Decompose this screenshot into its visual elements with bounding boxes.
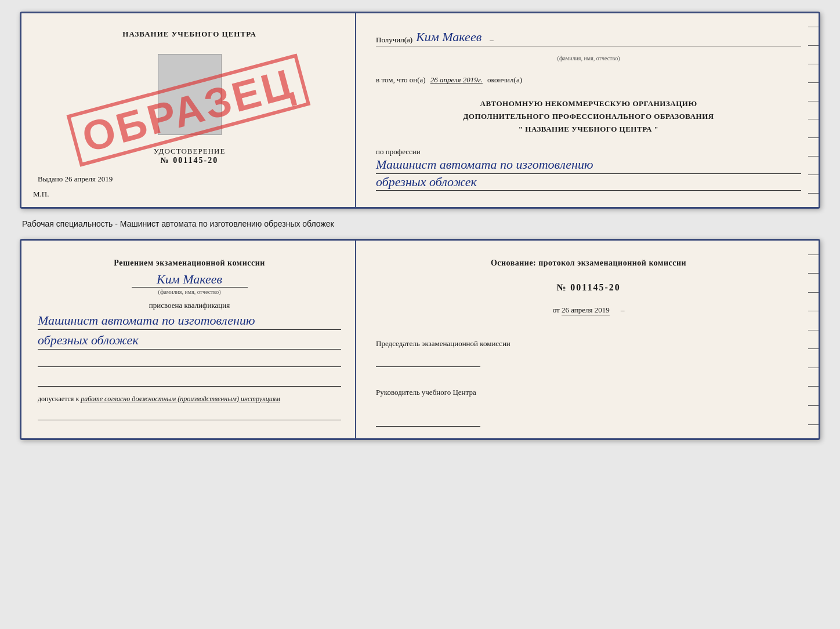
- caption-text: Рабочая специальность - Машинист автомат…: [20, 219, 820, 228]
- permission-value: работе согласно должностным (производств…: [81, 395, 280, 403]
- director-block: Руководитель учебного Центра: [376, 387, 801, 427]
- profession-label: по профессии: [376, 147, 801, 157]
- side-line: [808, 273, 819, 274]
- cert-number: № 001145-20: [154, 156, 226, 165]
- chairman-blank-lines: [376, 355, 801, 367]
- side-line: [808, 311, 819, 311]
- photo-placeholder: [158, 54, 222, 135]
- side-line: [808, 330, 819, 330]
- commission-decision-title: Решением экзаменационной комиссии: [38, 257, 341, 270]
- qualification-line1: Машинист автомата по изготовлению: [38, 312, 341, 330]
- side-line: [808, 101, 819, 101]
- protocol-date-value: 26 апреля 2019: [562, 306, 610, 315]
- side-line: [808, 405, 819, 406]
- permission-prefix: допускается к: [38, 395, 79, 403]
- top-doc-right-panel: Получил(а) Ким Макеев – (фамилия, имя, о…: [356, 13, 819, 207]
- profession-line2: обрезных обложек: [376, 174, 801, 191]
- side-line: [808, 119, 819, 119]
- side-line: [808, 64, 819, 64]
- bottom-doc-right-panel: Основание: протокол экзаменационной коми…: [356, 241, 819, 438]
- top-doc-left-panel: НАЗВАНИЕ УЧЕБНОГО ЦЕНТРА УДОСТОВЕРЕНИЕ №…: [21, 13, 356, 207]
- side-line: [808, 424, 819, 425]
- qualification-label: присвоена квалификация: [38, 301, 341, 310]
- permission-text-block: допускается к работе согласно должностны…: [38, 394, 280, 404]
- cert-title: УДОСТОВЕРЕНИЕ: [154, 147, 226, 156]
- side-line: [808, 27, 819, 27]
- recipient-name: Ким Макеев: [416, 30, 481, 45]
- blank-line: [38, 375, 341, 387]
- school-name-top: НАЗВАНИЕ УЧЕБНОГО ЦЕНТРА: [122, 30, 256, 39]
- bottom-document-card: Решением экзаменационной комиссии Ким Ма…: [20, 239, 820, 440]
- chairman-label: Председатель экзаменационной комиссии: [376, 338, 801, 350]
- date-prefix: в том, что он(а): [376, 75, 426, 85]
- side-line: [808, 156, 819, 157]
- side-line: [808, 137, 819, 138]
- side-line: [808, 368, 819, 368]
- recipient-sublabel: (фамилия, имя, отчество): [376, 55, 801, 61]
- side-line: [808, 174, 819, 175]
- mp-label: М.П.: [33, 190, 49, 199]
- side-line: [808, 386, 819, 387]
- recipient-prefix: Получил(а): [376, 35, 412, 45]
- side-line: [808, 45, 819, 46]
- bottom-doc-left-panel: Решением экзаменационной комиссии Ким Ма…: [21, 241, 356, 438]
- side-decorations-bottom: [808, 241, 819, 438]
- director-blank-lines: [376, 403, 801, 427]
- side-line: [808, 82, 819, 83]
- side-line: [808, 292, 819, 293]
- side-line: [808, 193, 819, 194]
- chairman-block: Председатель экзаменационной комиссии: [376, 338, 801, 367]
- blank-line: [376, 415, 480, 427]
- blank-lines-block: [38, 355, 341, 387]
- director-label: Руководитель учебного Центра: [376, 387, 801, 398]
- side-line: [808, 254, 819, 255]
- permission-blank-line: [38, 409, 341, 420]
- org-line3: " НАЗВАНИЕ УЧЕБНОГО ЦЕНТРА ": [376, 123, 801, 136]
- protocol-number: № 001145-20: [376, 282, 801, 293]
- document-container: НАЗВАНИЕ УЧЕБНОГО ЦЕНТРА УДОСТОВЕРЕНИЕ №…: [20, 12, 820, 440]
- date-suffix: окончил(а): [487, 75, 522, 85]
- cert-title-block: УДОСТОВЕРЕНИЕ № 001145-20: [154, 147, 226, 165]
- date-value: 26 апреля 2019г.: [430, 75, 483, 85]
- issued-date-block: Выдано 26 апреля 2019: [38, 174, 341, 184]
- blank-line: [38, 355, 341, 367]
- protocol-date: от 26 апреля 2019 –: [376, 306, 801, 315]
- org-block: АВТОНОМНУЮ НЕКОММЕРЧЕСКУЮ ОРГАНИЗАЦИЮ ДО…: [376, 97, 801, 136]
- profession-block: по профессии Машинист автомата по изгото…: [376, 147, 801, 191]
- blank-line: [376, 355, 480, 367]
- person-name-cursive: Ким Макеев: [132, 272, 248, 288]
- person-sublabel: (фамилия, имя, отчество): [38, 289, 341, 295]
- date-line: в том, что он(а) 26 апреля 2019г. окончи…: [376, 75, 801, 85]
- issued-date-value: 26 апреля 2019: [65, 174, 113, 183]
- org-line1: АВТОНОМНУЮ НЕКОММЕРЧЕСКУЮ ОРГАНИЗАЦИЮ: [376, 97, 801, 110]
- top-document-card: НАЗВАНИЕ УЧЕБНОГО ЦЕНТРА УДОСТОВЕРЕНИЕ №…: [20, 12, 820, 209]
- profession-line1: Машинист автомата по изготовлению: [376, 157, 801, 174]
- org-line2: ДОПОЛНИТЕЛЬНОГО ПРОФЕССИОНАЛЬНОГО ОБРАЗО…: [376, 110, 801, 123]
- qualification-line2: обрезных обложек: [38, 332, 341, 350]
- recipient-block: Получил(а) Ким Макеев –: [376, 30, 801, 46]
- side-line: [808, 348, 819, 349]
- basis-label: Основание: протокол экзаменационной коми…: [376, 257, 801, 270]
- side-decorations: [808, 13, 819, 207]
- issued-label: Выдано: [38, 174, 63, 183]
- protocol-date-prefix: от: [553, 306, 560, 314]
